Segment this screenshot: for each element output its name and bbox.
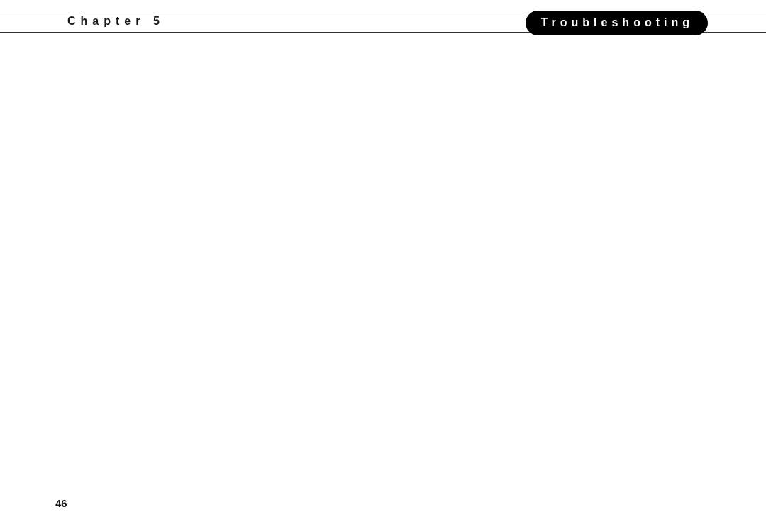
chapter-title-lozenge: Troubleshooting bbox=[526, 11, 708, 35]
page-number: 46 bbox=[55, 497, 67, 509]
chapter-label: Chapter 5 bbox=[67, 15, 165, 28]
